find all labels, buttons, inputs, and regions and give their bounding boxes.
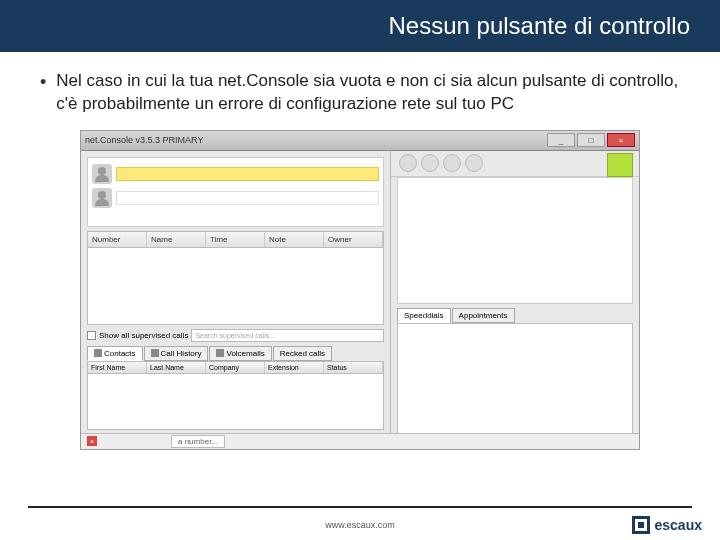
number-input[interactable]: a number... xyxy=(171,435,225,448)
col-firstname: First Name xyxy=(88,362,147,373)
col-owner: Owner xyxy=(324,232,383,247)
calls-grid-header: Number Name Time Note Owner xyxy=(87,231,384,248)
brand-icon xyxy=(607,153,633,177)
left-tabs: Contacts Call History Voicemails Recked … xyxy=(87,346,384,361)
avatar-icon xyxy=(92,164,112,184)
tab-appointments[interactable]: Appointments xyxy=(452,308,515,323)
contacts-icon xyxy=(94,349,102,357)
show-all-label: Show all supervised calls xyxy=(99,331,188,340)
window-title: net.Console v3.5.3 PRIMARY xyxy=(85,135,203,145)
refresh-arrow-icon[interactable] xyxy=(443,154,461,172)
col-name: Name xyxy=(147,232,206,247)
history-icon xyxy=(151,349,159,357)
col-number: Number xyxy=(88,232,147,247)
show-all-checkbox[interactable] xyxy=(87,331,96,340)
col-note: Note xyxy=(265,232,324,247)
user-blank-row[interactable] xyxy=(116,191,379,205)
tab-call-history[interactable]: Call History xyxy=(144,346,209,361)
forward-arrow-icon[interactable] xyxy=(421,154,439,172)
slide-title: Nessun pulsante di controllo xyxy=(388,12,690,40)
tab-voicemails[interactable]: Voicemails xyxy=(209,346,271,361)
voicemail-icon xyxy=(216,349,224,357)
col-status: Status xyxy=(324,362,383,373)
tab-speeddials[interactable]: Speeddials xyxy=(397,308,451,323)
right-body[interactable] xyxy=(397,323,633,450)
bullet-dot: • xyxy=(40,70,46,95)
tab-recked[interactable]: Recked calls xyxy=(273,346,332,361)
detail-panel xyxy=(397,177,633,305)
avatar-icon xyxy=(92,188,112,208)
window-titlebar: net.Console v3.5.3 PRIMARY _ □ × xyxy=(81,131,639,151)
app-screenshot: net.Console v3.5.3 PRIMARY _ □ × xyxy=(80,130,640,450)
back-arrow-icon[interactable] xyxy=(399,154,417,172)
col-time: Time xyxy=(206,232,265,247)
supervised-search-input[interactable]: Search supervised calls... xyxy=(191,329,384,342)
tab-contacts[interactable]: Contacts xyxy=(87,346,143,361)
slide-header: Nessun pulsante di controllo xyxy=(0,0,720,52)
bullet-text: Nel caso in cui la tua net.Console sia v… xyxy=(56,70,680,116)
slide-content: • Nel caso in cui la tua net.Console sia… xyxy=(0,52,720,450)
footer-divider xyxy=(28,506,692,508)
minimize-button[interactable]: _ xyxy=(547,133,575,147)
right-tabs: Speeddials Appointments xyxy=(397,308,633,323)
right-pane: Speeddials Appointments xyxy=(391,151,639,450)
maximize-button[interactable]: □ xyxy=(577,133,605,147)
footer-url: www.escaux.com xyxy=(0,520,720,530)
error-icon: × xyxy=(87,436,97,446)
close-button[interactable]: × xyxy=(607,133,635,147)
col-company: Company xyxy=(206,362,265,373)
calls-grid-body[interactable] xyxy=(87,248,384,325)
brand-logo: escaux xyxy=(632,516,702,534)
col-extension: Extension xyxy=(265,362,324,373)
user-area xyxy=(87,157,384,227)
contacts-body[interactable] xyxy=(87,374,384,430)
nav-arrows xyxy=(391,151,639,177)
logo-icon xyxy=(632,516,650,534)
left-pane: Number Name Time Note Owner Show all sup… xyxy=(81,151,391,450)
col-lastname: Last Name xyxy=(147,362,206,373)
brand-name: escaux xyxy=(655,517,702,533)
stop-arrow-icon[interactable] xyxy=(465,154,483,172)
bullet-item: • Nel caso in cui la tua net.Console sia… xyxy=(40,70,680,116)
status-bar: × a number... xyxy=(81,433,639,449)
user-highlight-row[interactable] xyxy=(116,167,379,181)
contacts-header: First Name Last Name Company Extension S… xyxy=(87,361,384,374)
filter-bar: Show all supervised calls Search supervi… xyxy=(87,329,384,342)
